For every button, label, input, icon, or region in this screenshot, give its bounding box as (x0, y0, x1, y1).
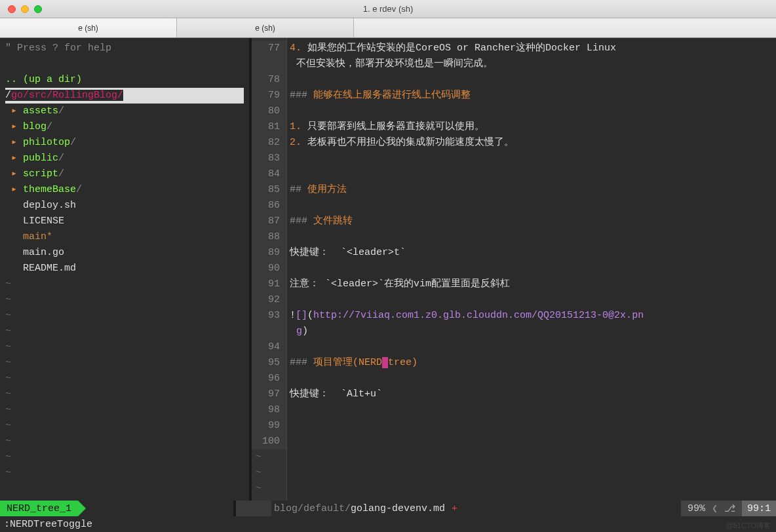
editor-line[interactable] (290, 261, 772, 276)
line-number-gutter: 77 78798081828384858687888990919293 9495… (249, 38, 287, 501)
editor-line[interactable]: 快捷键： `<leader>t` (290, 245, 772, 261)
dir-name: blog (23, 121, 47, 132)
modified-icon: + (452, 503, 457, 514)
empty-line-tilde: ~ (252, 449, 286, 465)
line-number: 77 (252, 41, 286, 56)
nerdtree-item[interactable]: main.go (5, 245, 244, 261)
nerdtree-item[interactable]: ▸ philotop/ (5, 135, 244, 151)
nerdtree-item[interactable]: ▸ assets/ (5, 104, 244, 119)
status-mode: NERD_tree_1 (0, 501, 78, 516)
dir-name: public (23, 153, 58, 164)
folder-collapsed-icon: ▸ (11, 137, 17, 148)
empty-line-tilde: ~ (252, 465, 286, 481)
editor-line[interactable] (290, 166, 772, 182)
minimize-icon[interactable] (21, 5, 29, 13)
nerdtree-item[interactable]: ▸ blog/ (5, 119, 244, 135)
editor-line-continuation[interactable]: g) (290, 324, 772, 339)
editor-line[interactable]: ## 使用方法 (290, 182, 772, 198)
line-number: 79 (252, 88, 286, 104)
window-title: 1. e rdev (sh) (363, 4, 414, 14)
branch-icon: ⎇ (724, 503, 735, 515)
nerdtree-sidebar[interactable]: " Press ? for help .. (up a dir) /go/src… (0, 38, 249, 501)
editor-line[interactable] (290, 292, 772, 308)
line-number-cont (252, 56, 286, 72)
nerdtree-item[interactable]: ▸ themeBase/ (5, 182, 244, 198)
line-number: 97 (252, 387, 286, 402)
line-number-cont (252, 324, 286, 339)
dir-name: themeBase (23, 184, 76, 195)
editor-line[interactable] (290, 72, 772, 88)
file-name: main* (23, 231, 52, 242)
nerdtree-item[interactable]: deploy.sh (5, 198, 244, 214)
line-number: 92 (252, 292, 286, 308)
nerdtree-item[interactable]: ▸ public/ (5, 151, 244, 166)
statusbar: NERD_tree_1 blog/default/golang-devenv.m… (0, 501, 776, 516)
tab-1[interactable]: e (sh) (0, 18, 177, 37)
blank (5, 56, 244, 72)
editor-line[interactable] (290, 151, 772, 166)
nerdtree-updir[interactable]: .. (up a dir) (5, 72, 244, 88)
editor-line[interactable]: ### 文件跳转 (290, 214, 772, 229)
empty-line-tilde: ~ (5, 371, 244, 387)
editor-line[interactable]: 1. 只要部署到线上服务器直接就可以使用。 (290, 119, 772, 135)
editor-line[interactable] (290, 104, 772, 119)
editor-line[interactable] (290, 339, 772, 355)
line-number: 96 (252, 371, 286, 387)
editor-line[interactable] (290, 402, 772, 418)
folder-collapsed-icon: ▸ (11, 168, 17, 180)
editor-line[interactable]: ![](http://7viiaq.com1.z0.glb.clouddn.co… (290, 308, 772, 324)
line-number: 78 (252, 72, 286, 88)
line-number: 84 (252, 166, 286, 182)
editor-line[interactable] (290, 198, 772, 214)
traffic-lights (0, 5, 42, 13)
titlebar: 1. e rdev (sh) (0, 0, 776, 18)
nerdtree-help: " Press ? for help (5, 41, 244, 56)
editor-line[interactable]: ### 能够在线上服务器进行线上代码调整 (290, 88, 772, 104)
editor-line[interactable]: 注意： `<leader>`在我的vim配置里面是反斜杠 (290, 276, 772, 292)
editor-line-continuation[interactable]: 不但安装快，部署开发环境也是一瞬间完成。 (290, 56, 772, 72)
editor-line[interactable] (290, 229, 772, 245)
watermark: @51CTO博客 (726, 521, 771, 531)
tab-2[interactable]: e (sh) (177, 18, 354, 37)
chevron-left-icon: ❮ (712, 503, 718, 515)
empty-line-tilde: ~ (5, 465, 244, 481)
editor-line[interactable]: ### 项目管理(NERD tree) (290, 355, 772, 371)
dir-name: assets (23, 105, 58, 117)
empty-line-tilde: ~ (5, 292, 244, 308)
line-number: 82 (252, 135, 286, 151)
nerdtree-item[interactable]: LICENSE (5, 214, 244, 229)
line-number: 91 (252, 276, 286, 292)
line-number: 90 (252, 261, 286, 276)
status-percent: 99% (688, 503, 705, 514)
line-number: 89 (252, 245, 286, 261)
empty-line-tilde: ~ (5, 276, 244, 292)
editor-line[interactable]: 快捷键： `Alt+u` (290, 387, 772, 402)
editor-line[interactable]: 4. 如果您的工作站安装的是CoreOS or Rancher这种的Docker… (290, 41, 772, 56)
empty-line-tilde: ~ (252, 481, 286, 497)
line-number: 83 (252, 151, 286, 166)
editor-line[interactable]: 2. 老板再也不用担心我的集成新功能速度太慢了。 (290, 135, 772, 151)
line-number: 86 (252, 198, 286, 214)
vim-cmdline[interactable]: :NERDTreeToggle (0, 516, 776, 532)
line-number: 88 (252, 229, 286, 245)
line-number: 87 (252, 214, 286, 229)
editor-line[interactable] (290, 434, 772, 449)
file-name: deploy.sh (23, 200, 76, 211)
close-icon[interactable] (8, 5, 16, 13)
editor-pane[interactable]: 4. 如果您的工作站安装的是CoreOS or Rancher这种的Docker… (287, 38, 776, 501)
nerdtree-item[interactable]: README.md (5, 261, 244, 276)
status-position: 99:1 (742, 501, 776, 516)
nerdtree-root[interactable]: /go/src/RollingBlog/ (5, 88, 244, 104)
nerdtree-item[interactable]: ▸ script/ (5, 166, 244, 182)
empty-line-tilde: ~ (5, 339, 244, 355)
line-number: 99 (252, 418, 286, 434)
folder-collapsed-icon: ▸ (11, 153, 17, 164)
nerdtree-item[interactable]: main* (5, 229, 244, 245)
dir-name: philotop (23, 137, 70, 148)
editor-line[interactable] (290, 418, 772, 434)
editor-line[interactable] (290, 371, 772, 387)
empty-line-tilde: ~ (5, 434, 244, 449)
line-number: 85 (252, 182, 286, 198)
maximize-icon[interactable] (34, 5, 42, 13)
empty-line-tilde: ~ (5, 308, 244, 324)
